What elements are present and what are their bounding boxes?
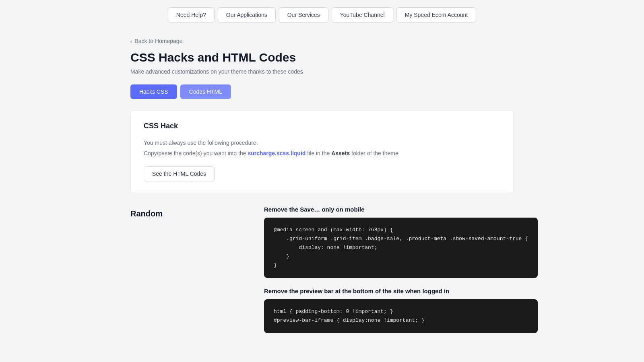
hack-card-desc-line1: You must always use the following proced… (144, 138, 500, 147)
random-section-title: Random (130, 206, 251, 218)
snippet-title-1: Remove the Save… only on mobile (264, 206, 538, 213)
chevron-left-icon: ‹ (130, 38, 132, 44)
main-content: ‹ Back to Homepage CSS Hacks and HTML Co… (121, 30, 523, 351)
page-subtitle: Make advanced customizations on your the… (130, 68, 514, 75)
snippet-title-2: Remove the preview bar at the bottom of … (264, 288, 538, 294)
hack-card-desc-suffix: folder of the theme (350, 150, 398, 156)
nav-button-youtube-channel[interactable]: YouTube Channel (332, 7, 393, 23)
nav-bar: Need Help?Our ApplicationsOur ServicesYo… (0, 0, 644, 30)
see-html-codes-button[interactable]: See the HTML Codes (144, 166, 215, 181)
code-block-1: @media screen and (max-width: 768px) { .… (264, 218, 538, 278)
page-title: CSS Hacks and HTML Codes (130, 51, 514, 64)
hack-card-code-inline: surcharge.scss.liquid (248, 150, 305, 156)
snippet-card-2: Remove the preview bar at the bottom of … (264, 288, 538, 333)
section-main: Remove the Save… only on mobile @media s… (264, 206, 538, 343)
nav-button-need-help[interactable]: Need Help? (168, 7, 215, 23)
section-sidebar: Random (130, 206, 251, 218)
nav-button-my-speed-ecom-account[interactable]: My Speed Ecom Account (396, 7, 476, 23)
random-section: Random Remove the Save… only on mobile @… (130, 206, 514, 343)
hack-card-desc-middle: file in the (305, 150, 331, 156)
hack-card-desc-prefix: Copy/paste the code(s) you want into the (144, 150, 248, 156)
snippet-card-1: Remove the Save… only on mobile @media s… (264, 206, 538, 278)
hack-card-title: CSS Hack (144, 122, 500, 130)
tab-group: Hacks CSS Codes HTML (130, 84, 514, 99)
nav-button-our-services[interactable]: Our Services (279, 7, 328, 23)
breadcrumb[interactable]: ‹ Back to Homepage (130, 38, 514, 44)
hack-card-desc-line2: Copy/paste the code(s) you want into the… (144, 149, 500, 158)
tab-hacks-css[interactable]: Hacks CSS (130, 84, 177, 99)
hack-card-desc-bold: Assets (331, 150, 350, 156)
tab-codes-html[interactable]: Codes HTML (180, 84, 231, 99)
breadcrumb-text: Back to Homepage (134, 38, 182, 44)
hack-card: CSS Hack You must always use the followi… (130, 110, 514, 193)
nav-button-our-applications[interactable]: Our Applications (218, 7, 276, 23)
code-block-2: html { padding-bottom: 0 !important; } #… (264, 299, 538, 333)
